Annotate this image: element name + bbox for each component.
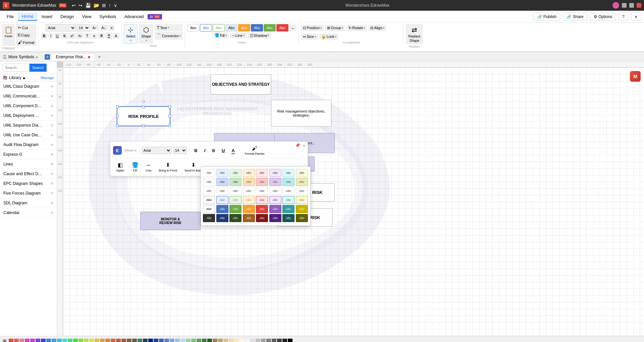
color-swatch[interactable]	[180, 339, 185, 342]
align-btn[interactable]: ⊟Align▾	[368, 25, 386, 31]
color-swatch[interactable]	[272, 339, 276, 342]
style-cell[interactable]: Abc	[282, 214, 294, 222]
color-swatch[interactable]	[245, 339, 250, 342]
rotate-handle[interactable]	[142, 100, 145, 103]
ft-size-select[interactable]: 14	[173, 147, 187, 154]
menu-symbols[interactable]: Symbols	[96, 13, 120, 20]
color-swatch[interactable]	[159, 339, 164, 342]
color-swatch[interactable]	[213, 339, 217, 342]
handle-bm[interactable]	[142, 124, 145, 127]
float-toolbar-close[interactable]: ×	[303, 143, 306, 148]
fill-button[interactable]: 🪣Fill▾	[213, 32, 229, 39]
handle-tm[interactable]	[142, 106, 145, 108]
style-cell[interactable]: Abc	[203, 187, 215, 195]
ft-fill-button[interactable]: 🪣 Fill	[129, 161, 142, 173]
style-cell[interactable]: Abc	[216, 187, 228, 195]
canvas-area[interactable]: -120 -100 -80 -60 -40 -20 0 20 40 60 80 …	[57, 62, 644, 336]
float-toolbar-pin[interactable]: 📌	[295, 143, 300, 148]
decrease-font-button[interactable]: A↓	[100, 25, 108, 31]
style-cell[interactable]: Abc	[256, 196, 268, 204]
color-swatch[interactable]	[46, 339, 51, 342]
ft-styles-button[interactable]: ◧ Styles	[113, 161, 127, 173]
more-button[interactable]: ∨	[114, 3, 117, 8]
grid-icon[interactable]: ⊞	[3, 338, 7, 342]
paste-button[interactable]: 📋 Paste	[2, 24, 15, 46]
color-swatch[interactable]	[95, 339, 99, 342]
style-swatch-1[interactable]: Abc	[187, 24, 199, 31]
color-swatch[interactable]	[105, 339, 110, 342]
style-cell[interactable]: Abc	[203, 178, 215, 186]
sidebar-item-uml-component[interactable]: UML Component D...×	[0, 101, 57, 111]
sidebar-item-uml-comm[interactable]: UML Communicati...×	[0, 91, 57, 101]
color-swatch[interactable]	[197, 339, 201, 342]
copy-button[interactable]: ⎘Copy	[16, 31, 37, 39]
sidebar-item-five-forces[interactable]: Five Forces Diagram×	[0, 189, 57, 198]
collapse-sidebar-button[interactable]: «	[36, 54, 38, 60]
close-cause-effect[interactable]: ×	[51, 171, 53, 177]
style-cell[interactable]: Abc	[216, 169, 228, 177]
help-button[interactable]: ?	[619, 13, 628, 21]
color-swatch[interactable]	[36, 339, 40, 342]
format-painter-button[interactable]: 🖌Format	[16, 39, 37, 46]
add-tab-button[interactable]: +	[96, 54, 103, 60]
color-swatch[interactable]	[100, 339, 105, 342]
color-swatch[interactable]	[116, 339, 121, 342]
style-cell[interactable]: Abc	[243, 178, 255, 186]
style-cell[interactable]: Abc	[256, 169, 268, 177]
more-symbols-toggle[interactable]: ☰	[3, 54, 7, 60]
style-cell[interactable]: Abc	[296, 214, 308, 222]
style-swatch-4[interactable]: Abc	[225, 24, 237, 31]
style-cell[interactable]: Abc	[296, 169, 308, 177]
close-five-forces[interactable]: ×	[51, 191, 53, 196]
bold-button[interactable]: B	[41, 33, 48, 39]
subscript-button[interactable]: x₂	[76, 32, 84, 39]
style-cell[interactable]: Abc	[229, 205, 241, 213]
style-cell[interactable]: Abc	[282, 205, 294, 213]
menu-home[interactable]: Home	[18, 12, 38, 21]
color-swatch[interactable]	[261, 339, 266, 342]
menu-design[interactable]: Design	[56, 13, 78, 20]
replace-shape-button[interactable]: ⇄ Replace Shape	[406, 24, 423, 44]
cut-button[interactable]: ✂Cut	[16, 24, 37, 31]
style-cell[interactable]: Abc	[243, 196, 255, 204]
style-cell[interactable]: Abc	[203, 214, 215, 222]
color-swatch[interactable]	[68, 339, 72, 342]
ft-font-select[interactable]: Arial	[142, 147, 171, 154]
ft-format-painter-button[interactable]: 🖌 Format Painter	[242, 144, 267, 156]
doc-tab[interactable]: Enterprise Risk...	[51, 53, 94, 60]
style-cell[interactable]: Abc	[269, 214, 281, 222]
manage-link[interactable]: Manage	[41, 76, 54, 80]
style-cell[interactable]: Abc	[269, 178, 281, 186]
style-cell[interactable]: Abc	[256, 205, 268, 213]
style-cell[interactable]: Abc	[229, 187, 241, 195]
search-input[interactable]	[3, 64, 30, 72]
user-avatar[interactable]	[612, 2, 619, 9]
color-swatch[interactable]	[57, 339, 62, 342]
color-swatch[interactable]	[282, 339, 287, 342]
style-cell[interactable]: Abc	[269, 169, 281, 177]
color-swatch[interactable]	[256, 339, 260, 342]
handle-br[interactable]	[168, 124, 171, 127]
style-cell[interactable]: Abc	[296, 196, 308, 204]
color-swatch[interactable]	[239, 339, 244, 342]
color-swatch[interactable]	[266, 339, 271, 342]
color-swatch[interactable]	[25, 339, 30, 342]
close-sdl[interactable]: ×	[51, 200, 53, 206]
ft-color-button[interactable]: A	[229, 147, 237, 154]
style-cell[interactable]: Abc	[229, 169, 241, 177]
style-cell[interactable]: Abc	[282, 169, 294, 177]
color-swatch[interactable]	[73, 339, 78, 342]
color-swatch[interactable]	[154, 339, 158, 342]
style-cell[interactable]: Abc	[216, 205, 228, 213]
sidebar-item-epc[interactable]: EPC Diagram Shapes×	[0, 179, 57, 189]
styles-expand-button[interactable]: ⌄	[289, 24, 297, 31]
color-swatch[interactable]	[89, 339, 94, 342]
share-button[interactable]: 🔗 Share	[563, 13, 587, 21]
collapse-button[interactable]: ∧	[631, 13, 641, 21]
style-cell[interactable]: Abc	[269, 205, 281, 213]
color-swatch[interactable]	[277, 339, 282, 342]
close-uml-usecase[interactable]: ×	[51, 132, 53, 138]
ft-bold-button[interactable]: B	[192, 147, 200, 154]
text-button[interactable]: T Text ▾	[155, 24, 183, 31]
font-size-select[interactable]: 14	[76, 24, 90, 31]
